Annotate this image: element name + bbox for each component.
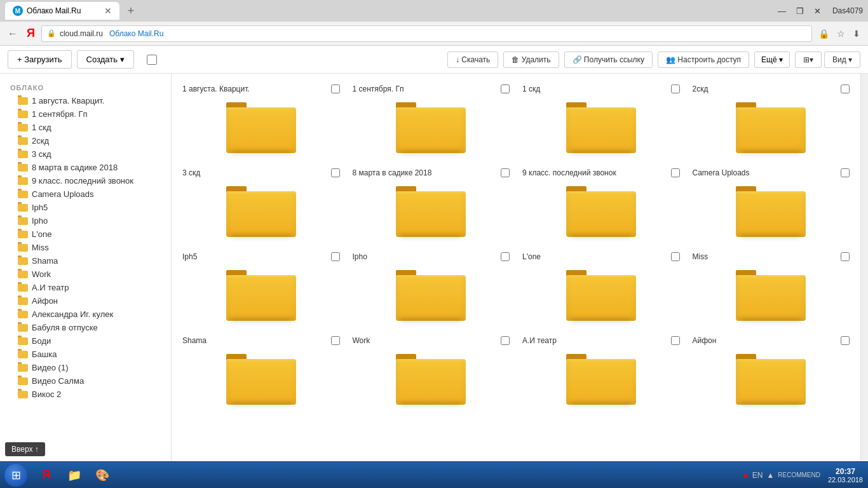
folder-icon	[18, 324, 28, 332]
folder-card-14[interactable]: А.И театр	[517, 330, 686, 413]
folder-checkbox-1[interactable]	[501, 85, 510, 93]
sidebar-item-label-9: Ipho	[32, 216, 48, 226]
sidebar-item-6[interactable]: 9 класс. последний звонок	[0, 174, 171, 187]
select-all-checkbox[interactable]	[147, 55, 157, 65]
back-button[interactable]: ←	[5, 28, 20, 39]
folder-icon	[18, 271, 28, 278]
folder-card-7[interactable]: Camera Uploads	[687, 163, 856, 245]
new-tab-button[interactable]: +	[122, 2, 140, 20]
folder-card-name: 1 скд	[522, 85, 540, 93]
back-to-top-tooltip: Вверх ↑	[5, 442, 45, 456]
folder-icon	[18, 257, 28, 265]
address-bar[interactable]: 🔒 cloud.mail.ru Облако Mail.Ru	[41, 25, 812, 42]
download-btn[interactable]: ⬇	[850, 27, 863, 40]
folder-checkbox-8[interactable]	[331, 252, 340, 261]
username: Das4079	[832, 6, 863, 15]
sidebar-item-21[interactable]: Видео Салма	[0, 374, 171, 388]
sidebar-item-19[interactable]: Башка	[0, 348, 171, 361]
upload-button[interactable]: + Загрузить	[8, 50, 72, 69]
sidebar-item-10[interactable]: L'one	[0, 227, 171, 241]
sidebar-item-22[interactable]: Викос 2	[0, 388, 171, 401]
folder-checkbox-14[interactable]	[671, 336, 680, 345]
start-orb: ⊞	[4, 464, 27, 487]
sidebar-item-17[interactable]: Бабуля в отпуске	[0, 321, 171, 334]
folder-checkbox-6[interactable]	[671, 168, 680, 177]
folder-card-9[interactable]: Ipho	[347, 247, 516, 329]
folder-icon	[18, 337, 28, 345]
folder-card-10[interactable]: L'one	[517, 247, 686, 329]
sidebar-item-14[interactable]: А.И театр	[0, 281, 171, 294]
folder-card-4[interactable]: 3 скд	[177, 163, 346, 245]
folder-card-8[interactable]: Iph5	[177, 247, 346, 329]
folder-card-0[interactable]: 1 августа. Кварцит.	[177, 79, 346, 161]
folder-card-name: Camera Uploads	[693, 168, 750, 177]
folder-card-13[interactable]: Work	[347, 330, 516, 413]
folder-checkbox-3[interactable]	[841, 85, 850, 93]
folder-checkbox-15[interactable]	[841, 336, 850, 345]
sidebar-item-18[interactable]: Боди	[0, 334, 171, 348]
folder-card-15[interactable]: Айфон	[687, 330, 856, 413]
minimize-btn[interactable]: —	[774, 6, 790, 16]
folder-checkbox-9[interactable]	[501, 252, 510, 261]
sidebar-item-1[interactable]: 1 сентября. Гп	[0, 107, 171, 121]
delete-toolbar-button[interactable]: 🗑 Удалить	[503, 51, 559, 68]
folder-card-12[interactable]: Shama	[177, 330, 346, 413]
sidebar-item-label-16: Александра Иг. кулек	[32, 309, 113, 319]
sidebar-item-2[interactable]: 1 скд	[0, 121, 171, 134]
close-btn[interactable]: ✕	[810, 6, 825, 16]
folder-card-11[interactable]: Miss	[687, 247, 856, 329]
sort-button[interactable]: ⊞▾	[795, 51, 822, 68]
folder-checkbox-5[interactable]	[501, 168, 510, 177]
link-toolbar-button[interactable]: 🔗 Получить ссылку	[564, 51, 653, 68]
folder-checkbox-0[interactable]	[331, 85, 340, 93]
sidebar-item-11[interactable]: Miss	[0, 241, 171, 254]
create-button[interactable]: Создать ▾	[77, 50, 134, 69]
start-button[interactable]: ⊞	[0, 462, 32, 488]
folder-checkbox-7[interactable]	[841, 168, 850, 177]
tab-close-btn[interactable]: ✕	[104, 6, 112, 16]
sidebar: ОБЛАКО 1 августа. Кварцит. 1 сентября. Г…	[0, 74, 172, 461]
sidebar-item-8[interactable]: Iph5	[0, 201, 171, 214]
folder-card-3[interactable]: 2скд	[687, 79, 856, 161]
sidebar-item-0[interactable]: 1 августа. Кварцит.	[0, 94, 171, 107]
sidebar-item-12[interactable]: Shama	[0, 254, 171, 268]
scrollbar[interactable]	[860, 74, 868, 461]
sidebar-item-4[interactable]: 3 скд	[0, 147, 171, 161]
bookmark-btn[interactable]: ☆	[834, 27, 848, 40]
sidebar-item-work[interactable]: Work	[0, 268, 171, 281]
folder-card-5[interactable]: 8 марта в садике 2018	[347, 163, 516, 245]
sidebar-item-20[interactable]: Видео (1)	[0, 361, 171, 374]
folder-card-1[interactable]: 1 сентября. Гп	[347, 79, 516, 161]
sidebar-item-16[interactable]: Александра Иг. кулек	[0, 308, 171, 321]
folder-checkbox-2[interactable]	[671, 85, 680, 93]
nav-actions: 🔒 ☆ ⬇	[816, 27, 863, 40]
view-button[interactable]: Вид ▾	[824, 51, 860, 68]
folder-icon	[18, 151, 28, 158]
taskbar-app-explorer[interactable]: 📁	[61, 463, 88, 487]
folder-checkbox-4[interactable]	[331, 168, 340, 177]
taskbar-app-paint[interactable]: 🎨	[89, 463, 116, 487]
folder-checkbox-10[interactable]	[671, 252, 680, 261]
folder-card-2[interactable]: 1 скд	[517, 79, 686, 161]
restore-btn[interactable]: ❐	[792, 6, 808, 16]
taskbar-app-yandex[interactable]: Я	[33, 463, 60, 487]
security-btn[interactable]: 🔒	[816, 27, 832, 40]
download-toolbar-button[interactable]: ↓ Скачать	[447, 51, 498, 68]
sidebar-item-5[interactable]: 8 марта в садике 2018	[0, 161, 171, 174]
network-icon: ▲	[766, 471, 774, 480]
folder-checkbox-13[interactable]	[501, 336, 510, 345]
sidebar-item-15[interactable]: Айфон	[0, 294, 171, 308]
sidebar-item-label-7: Camera Uploads	[32, 189, 94, 199]
more-toolbar-button[interactable]: Ещё ▾	[754, 51, 790, 68]
folder-icon	[18, 164, 28, 172]
active-tab[interactable]: M Облако Mail.Ru ✕	[5, 2, 119, 20]
folder-card-6[interactable]: 9 класс. последний звонок	[517, 163, 686, 245]
sidebar-item-9[interactable]: Ipho	[0, 214, 171, 227]
sidebar-item-3[interactable]: 2скд	[0, 134, 171, 147]
sidebar-item-label-19: Башка	[32, 349, 57, 359]
sidebar-item-7[interactable]: Camera Uploads	[0, 187, 171, 201]
folder-checkbox-12[interactable]	[331, 336, 340, 345]
folder-checkbox-11[interactable]	[841, 252, 850, 261]
share-toolbar-button[interactable]: 👥 Настроить доступ	[658, 51, 749, 68]
folder-icon	[18, 204, 28, 212]
